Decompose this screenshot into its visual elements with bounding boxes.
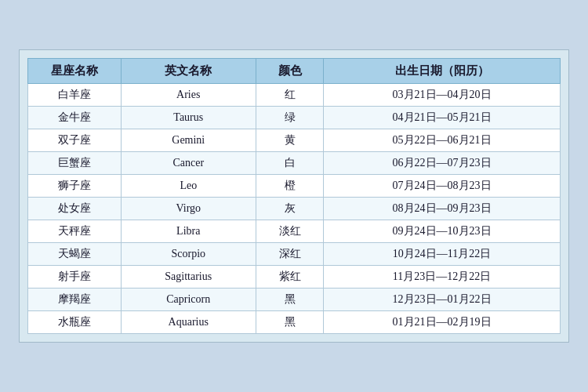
cell-color: 黄 [256,129,323,152]
cell-color: 黑 [256,311,323,334]
table-row: 摩羯座Capricorn黑12月23日—01月22日 [28,289,561,311]
cell-zh: 水瓶座 [28,311,122,334]
cell-en: Cancer [121,152,256,175]
cell-en: Scorpio [121,243,256,266]
cell-en: Aries [121,84,256,107]
table-row: 巨蟹座Cancer白06月22日—07月23日 [28,152,561,175]
table-row: 狮子座Leo橙07月24日—08月23日 [28,175,561,198]
table-row: 双子座Gemini黄05月22日—06月21日 [28,129,561,152]
cell-en: Taurus [121,107,256,129]
cell-color: 橙 [256,175,323,198]
header-zh: 星座名称 [28,59,122,84]
cell-color: 红 [256,84,323,107]
cell-zh: 射手座 [28,266,122,289]
cell-en: Aquarius [121,311,256,334]
cell-color: 灰 [256,198,323,220]
cell-color: 绿 [256,107,323,129]
cell-zh: 狮子座 [28,175,122,198]
table-row: 天蝎座Scorpio深红10月24日—11月22日 [28,243,561,266]
table-container: 星座名称 英文名称 颜色 出生日期（阳历） 白羊座Aries红03月21日—04… [19,49,569,343]
table-header-row: 星座名称 英文名称 颜色 出生日期（阳历） [28,59,561,84]
cell-date: 08月24日—09月23日 [324,198,561,220]
table-row: 处女座Virgo灰08月24日—09月23日 [28,198,561,220]
cell-zh: 金牛座 [28,107,122,129]
cell-color: 黑 [256,289,323,311]
table-row: 白羊座Aries红03月21日—04月20日 [28,84,561,107]
cell-date: 01月21日—02月19日 [324,311,561,334]
cell-date: 04月21日—05月21日 [324,107,561,129]
cell-date: 11月23日—12月22日 [324,266,561,289]
cell-zh: 天秤座 [28,220,122,243]
cell-date: 09月24日—10月23日 [324,220,561,243]
header-date: 出生日期（阳历） [324,59,561,84]
cell-en: Gemini [121,129,256,152]
header-en: 英文名称 [121,59,256,84]
cell-zh: 巨蟹座 [28,152,122,175]
table-row: 金牛座Taurus绿04月21日—05月21日 [28,107,561,129]
cell-date: 03月21日—04月20日 [324,84,561,107]
cell-date: 12月23日—01月22日 [324,289,561,311]
cell-en: Sagittarius [121,266,256,289]
cell-zh: 天蝎座 [28,243,122,266]
cell-en: Libra [121,220,256,243]
cell-zh: 摩羯座 [28,289,122,311]
header-color: 颜色 [256,59,323,84]
table-row: 水瓶座Aquarius黑01月21日—02月19日 [28,311,561,334]
cell-date: 06月22日—07月23日 [324,152,561,175]
cell-color: 深红 [256,243,323,266]
zodiac-table: 星座名称 英文名称 颜色 出生日期（阳历） 白羊座Aries红03月21日—04… [27,58,561,334]
cell-zh: 处女座 [28,198,122,220]
cell-date: 10月24日—11月22日 [324,243,561,266]
table-row: 射手座Sagittarius紫红11月23日—12月22日 [28,266,561,289]
cell-color: 紫红 [256,266,323,289]
cell-en: Leo [121,175,256,198]
cell-color: 白 [256,152,323,175]
cell-en: Capricorn [121,289,256,311]
cell-zh: 白羊座 [28,84,122,107]
table-row: 天秤座Libra淡红09月24日—10月23日 [28,220,561,243]
cell-date: 05月22日—06月21日 [324,129,561,152]
cell-zh: 双子座 [28,129,122,152]
cell-en: Virgo [121,198,256,220]
cell-color: 淡红 [256,220,323,243]
cell-date: 07月24日—08月23日 [324,175,561,198]
